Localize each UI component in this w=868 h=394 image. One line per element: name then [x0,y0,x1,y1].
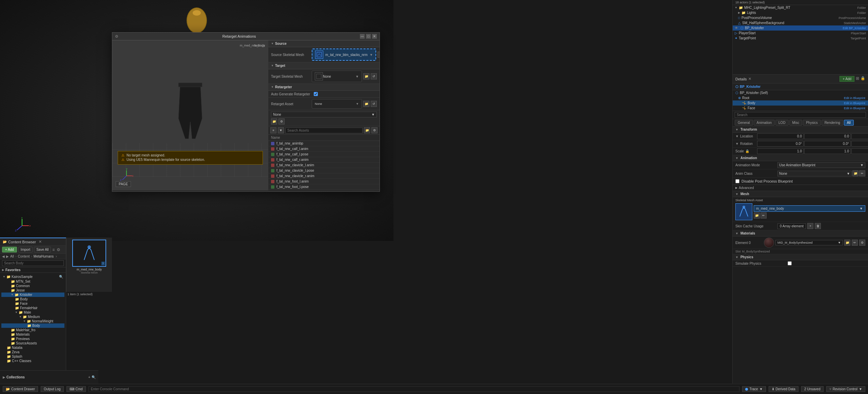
scale-lock-icon[interactable]: 🔒 [745,149,749,153]
rotation-dropdown-icon[interactable]: ▼ [735,142,739,146]
location-dropdown-icon[interactable]: ▼ [735,134,739,138]
skin-cache-del-btn[interactable]: 🗑 [815,223,821,229]
retarget-browse-button[interactable]: 📁 [363,101,369,107]
tab-general[interactable]: General [735,120,753,126]
retarget-reset-button[interactable]: ↺ [371,101,377,107]
tab-animation[interactable]: Animation [754,120,775,126]
rotation-x-input[interactable] [757,141,804,147]
source-reset-button[interactable]: ↺ [378,52,380,58]
tree-body-selected[interactable]: 📁 Body [1,323,64,328]
simulate-physics-checkbox[interactable] [788,261,792,265]
scale-z-input[interactable] [851,148,868,154]
asset-item-6[interactable]: f_tal_nrw_clavicle_r.anim [268,173,380,179]
details-search-input[interactable] [735,112,866,118]
anim-class-browse[interactable]: 📁 [852,170,859,176]
asset-item-8[interactable]: f_tal_nrw_foot_l.pose [268,184,380,190]
path-forward-button[interactable]: ▶ [6,255,9,258]
material-tools-btn-0[interactable]: ⚙ [859,240,865,246]
tree-mtn-set[interactable]: 📁 MTN_Set [1,279,64,284]
asset-filter-button[interactable]: ≡ [270,127,276,133]
target-reset-button[interactable]: ↺ [371,73,377,79]
dialog-maximize-button[interactable]: □ [366,34,371,39]
disable-pp-checkbox[interactable] [735,179,739,183]
material-browse-btn-0[interactable]: 📁 [844,240,850,246]
auto-generate-checkbox[interactable] [314,92,318,96]
asset-filter-down-button[interactable]: ▼ [278,127,284,133]
tree-medium[interactable]: ▼ 📁 Medium [1,315,64,319]
tree-malehair-fro[interactable]: 📁 MaleHair_fro [1,328,64,332]
comp-root-edit[interactable]: Edit in Blueprint [844,96,865,100]
derived-data-button[interactable]: ⬇ Derived Data [769,386,798,392]
details-close-icon[interactable]: ✕ [748,77,751,81]
dialog-minimize-button[interactable]: — [360,34,365,39]
scale-y-input[interactable] [804,148,851,154]
dialog-close-button[interactable]: ✕ [372,34,377,39]
tree-face[interactable]: 📁 Face [1,301,64,306]
import-button[interactable]: Import [18,247,33,252]
outliner-ppv[interactable]: □ PostProcessVolume PostProcessVolume [733,15,868,20]
comp-root[interactable]: ⊕ Root Edit in Blueprint [733,95,868,100]
retarget-asset-picker[interactable]: None ▼ [312,99,362,109]
cmd-button[interactable]: ⌨ Cmd [66,386,86,392]
content-drawer-button[interactable]: 📂 Content Drawer [3,386,38,392]
asset-item-7[interactable]: f_tal_nrw_foot_l.anim [268,179,380,184]
comp-body[interactable]: 🤸 Body Edit in Blueprint [733,100,868,106]
retargeter-section-header[interactable]: ▼ Retargeter [268,84,380,91]
asset-list[interactable]: f_tal_nrw_animbp f_tal_nrw_calf_l.anim f… [268,141,380,190]
animation-section-label[interactable]: ▼ Animation [733,155,868,161]
asset-item-2[interactable]: f_tal_nrw_calf_l.pose [268,152,380,157]
location-x-input[interactable] [757,133,804,139]
output-log-button[interactable]: Output Log [41,386,63,392]
details-lock-icon[interactable]: 🔒 [861,76,865,82]
asset-item-3[interactable]: f_tal_nrw_calf_r.anim [268,157,380,163]
asset-search-input[interactable] [285,128,363,133]
collections-add-icon[interactable]: + [88,375,90,379]
console-input[interactable] [89,386,740,392]
eye-toggle-icon[interactable]: 👁 [735,26,738,30]
tab-lod[interactable]: LOD [775,120,789,126]
path-more-button[interactable]: › [56,255,57,258]
target-section-header[interactable]: ▼ Target [268,62,380,69]
details-view-options[interactable]: ⊞ [856,76,859,82]
tree-common[interactable]: 📁 Common [1,284,64,288]
save-all-button[interactable]: Save All [34,247,51,252]
outliner-playerstart[interactable]: ▷ PlayerStart PlayerStart [733,31,868,36]
anim-mode-dropdown[interactable]: Use Animation Blueprint ▼ [777,162,865,168]
asset-item-0[interactable]: f_tal_nrw_animbp [268,141,380,146]
target-asset-picker[interactable]: None ▼ [312,71,362,82]
tree-body[interactable]: 📁 Body [1,297,64,301]
source-section-header[interactable]: ▼ Source [268,40,380,47]
collections-search-icon[interactable]: 🔍 [92,375,96,379]
tree-zeva[interactable]: 📁 Zeva [1,350,64,354]
tab-misc[interactable]: Misc [789,120,803,126]
skin-cache-add-btn[interactable]: + [807,223,813,229]
view-options-button[interactable]: ≡ [52,247,55,252]
tab-rendering[interactable]: Rendering [822,120,843,126]
favorites-header[interactable]: ▶ Favorites [0,267,66,273]
comp-body-edit[interactable]: Edit in Blueprint [844,101,865,105]
mesh-edit-btn[interactable]: ✏ [760,212,767,219]
asset-item-5[interactable]: f_tal_nrw_clavicle_l.pose [268,168,380,173]
asset-folder-button[interactable]: 📁 [364,127,370,133]
tree-kristofer[interactable]: ▼ 📁 Kristofer [1,293,64,297]
asset-item-4[interactable]: f_tal_nrw_clavicle_l.anim [268,163,380,168]
rotation-z-input[interactable] [851,141,868,147]
source-asset-picker[interactable]: m_tal_nrw_btm_slacks_nrm ▼ [312,49,376,61]
tab-all[interactable]: All [844,120,854,126]
tree-natalia[interactable]: 📁 Natalia [1,345,64,350]
transform-section-label[interactable]: ▼ Transform [733,127,868,133]
materials-section-label[interactable]: ▼ Materials [733,230,868,237]
asset-item-9[interactable]: f_tal_nrw_foot_r.anim [268,190,380,190]
content-item-thumb[interactable]: ? [72,240,106,267]
revision-control-button[interactable]: ⑂ Revision Control ▼ [826,386,865,392]
advanced-toggle[interactable]: ▶ Advanced [733,185,868,191]
material-name-bar-0[interactable]: MID_M_BodySynthesized ▼ [775,240,843,245]
anim-class-edit[interactable]: ✏ [859,170,865,176]
cb-settings-icon[interactable]: ⚙ [57,247,60,252]
retargeter-dropdown[interactable]: None ▼ [271,112,377,117]
content-browser-close[interactable]: ✕ [39,240,42,244]
outliner-lights[interactable]: ▶ 📁 Lights Folder [733,10,868,15]
tree-femalehair[interactable]: 📁 FemaleHair [1,306,64,310]
kairos-sample-root[interactable]: ▼ 📁 KairosSample 🔍 [1,274,64,279]
path-metahumans[interactable]: MetaHumans [34,255,54,258]
